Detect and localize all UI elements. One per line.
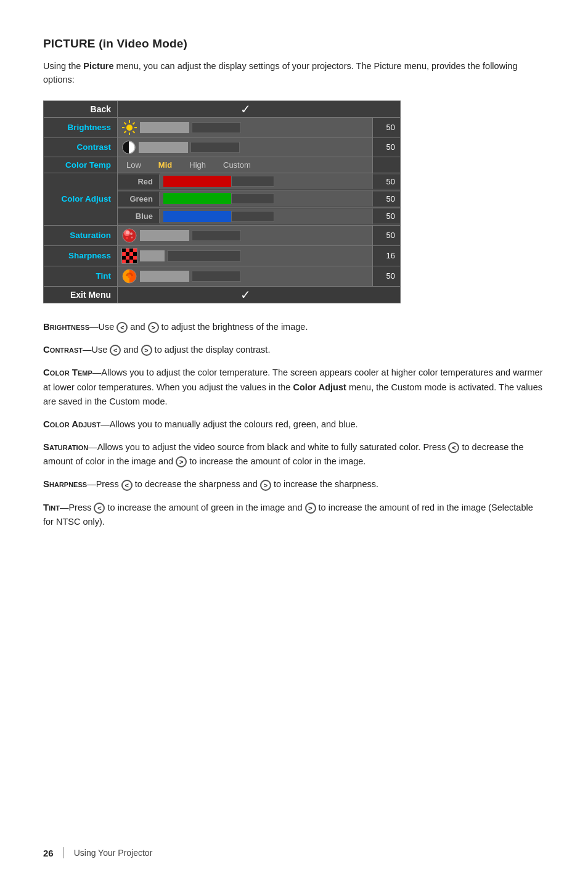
- desc-sharpness-left-icon: <: [121, 480, 133, 491]
- blue-bar-empty: [231, 211, 274, 222]
- svg-point-0: [126, 125, 133, 131]
- svg-rect-28: [129, 256, 133, 260]
- brightness-bar-empty: [192, 122, 241, 133]
- tint-bar-empty: [192, 271, 241, 282]
- desc-tint-term: Tint: [43, 502, 60, 512]
- svg-rect-19: [126, 248, 129, 252]
- svg-rect-27: [126, 256, 129, 260]
- desc-color-adjust-term: Color Adjust: [43, 419, 100, 429]
- svg-line-5: [125, 122, 126, 124]
- tint-icon: [121, 268, 137, 284]
- svg-rect-18: [122, 248, 126, 252]
- svg-point-14: [130, 232, 133, 235]
- svg-point-35: [128, 274, 131, 278]
- color-adjust-blue-row: Blue 50: [118, 208, 400, 225]
- blue-value: 50: [373, 209, 400, 223]
- svg-rect-30: [122, 260, 126, 263]
- desc-saturation-left-icon: <: [448, 442, 459, 453]
- desc-brightness: Brightness—Use < and > to adjust the bri…: [43, 319, 545, 334]
- brightness-label: Brightness: [44, 118, 118, 138]
- desc-saturation: Saturation—Allows you to adjust the vide…: [43, 440, 545, 469]
- desc-sharpness-right-icon: >: [260, 480, 271, 491]
- saturation-content: [118, 226, 373, 245]
- svg-point-16: [126, 237, 128, 239]
- green-bar-empty: [231, 193, 274, 204]
- red-label: Red: [118, 175, 160, 189]
- color-adjust-red-row: Red 50: [118, 173, 400, 191]
- svg-rect-33: [133, 260, 137, 263]
- menu-diagram: Back ✓ Brightness: [43, 101, 401, 303]
- red-value: 50: [373, 175, 400, 189]
- green-bar: [163, 193, 231, 204]
- svg-line-6: [133, 131, 135, 133]
- menu-row-back: Back ✓: [44, 101, 400, 118]
- contrast-label: Contrast: [44, 138, 118, 157]
- ct-high: High: [181, 160, 214, 170]
- intro-paragraph: Using the Picture menu, you can adjust t…: [43, 59, 545, 87]
- sharpness-value: 16: [373, 246, 400, 266]
- svg-line-7: [133, 122, 135, 124]
- menu-row-saturation: Saturation 50: [44, 226, 400, 246]
- saturation-bar-empty: [192, 230, 241, 241]
- saturation-bar-filled: [140, 230, 189, 241]
- ct-low: Low: [118, 160, 150, 170]
- footer-page-number: 26: [43, 848, 54, 858]
- exit-checkmark: ✓: [118, 287, 373, 303]
- brightness-value: 50: [373, 118, 400, 138]
- svg-point-13: [126, 231, 129, 234]
- tint-bar-filled: [140, 271, 189, 282]
- desc-contrast-term: Contrast: [43, 344, 83, 355]
- blue-label: Blue: [118, 209, 160, 223]
- menu-row-brightness: Brightness 50: [44, 118, 400, 138]
- color-adjust-green-row: Green 50: [118, 191, 400, 208]
- color-adjust-right: Red 50 Green 50 Blue: [118, 173, 400, 225]
- svg-rect-31: [126, 260, 129, 263]
- svg-rect-21: [133, 248, 137, 252]
- svg-rect-22: [122, 252, 126, 256]
- red-bar: [163, 176, 231, 187]
- svg-rect-25: [133, 252, 137, 256]
- blue-bar-area: [160, 208, 373, 224]
- desc-contrast: Contrast—Use < and > to adjust the displ…: [43, 342, 545, 357]
- desc-tint: Tint—Press < to increase the amount of g…: [43, 500, 545, 529]
- menu-row-sharpness: Sharpness: [44, 246, 400, 266]
- desc-saturation-right-icon: >: [176, 456, 187, 467]
- color-temp-value: [373, 157, 400, 173]
- desc-tint-left-icon: <: [94, 503, 105, 514]
- contrast-value: 50: [373, 138, 400, 157]
- svg-line-8: [125, 131, 126, 133]
- sharpness-content: [118, 246, 373, 266]
- svg-rect-24: [129, 252, 133, 256]
- ct-custom: Custom: [214, 160, 259, 170]
- sharpness-label: Sharpness: [44, 246, 118, 266]
- back-checkmark: ✓: [118, 101, 373, 117]
- contrast-bar-filled: [139, 142, 188, 153]
- contrast-bar-empty: [190, 142, 240, 153]
- color-temp-label: Color Temp: [44, 157, 118, 173]
- brightness-content: [118, 118, 373, 138]
- svg-rect-20: [129, 248, 133, 252]
- desc-sharpness: Sharpness—Press < to decrease the sharpn…: [43, 477, 545, 491]
- desc-contrast-right-icon: >: [141, 345, 152, 356]
- desc-sharpness-term: Sharpness: [43, 478, 87, 489]
- desc-tint-right-icon: >: [305, 503, 316, 514]
- svg-point-11: [123, 229, 136, 242]
- sun-icon: [121, 120, 137, 136]
- menu-row-exit: Exit Menu ✓: [44, 287, 400, 303]
- red-bar-area: [160, 173, 373, 189]
- tint-value: 50: [373, 266, 400, 286]
- color-adjust-label: Color Adjust: [44, 173, 118, 225]
- green-label: Green: [118, 192, 160, 206]
- sharpness-bar-empty: [167, 250, 241, 261]
- desc-brightness-term: Brightness: [43, 321, 89, 332]
- blue-bar: [163, 211, 231, 222]
- contrast-icon: [121, 140, 136, 155]
- red-bar-empty: [231, 176, 274, 187]
- saturation-label: Saturation: [44, 226, 118, 245]
- desc-brightness-left-icon: <: [116, 322, 128, 333]
- color-adjust-outer: Color Adjust Red 50 Green 50: [44, 173, 400, 226]
- tint-label: Tint: [44, 266, 118, 286]
- contrast-content: [118, 138, 373, 157]
- desc-color-adjust: Color Adjust—Allows you to manually adju…: [43, 417, 545, 432]
- sharpness-bar-filled: [140, 250, 165, 261]
